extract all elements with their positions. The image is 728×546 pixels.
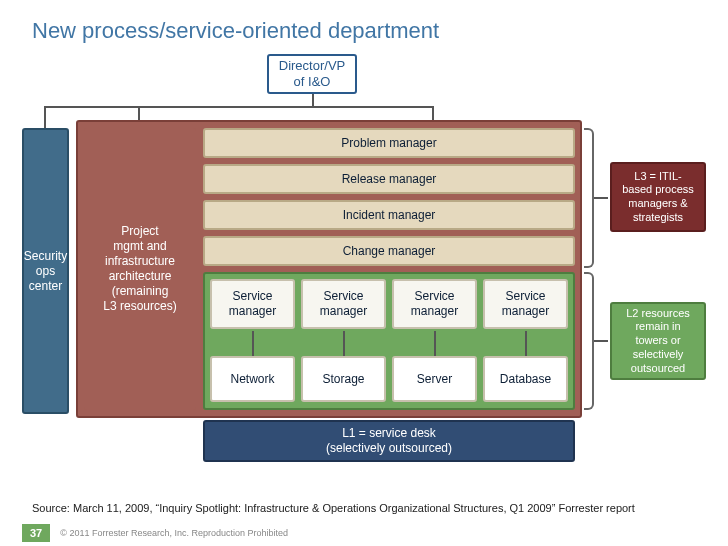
- slide-title: New process/service-oriented department: [0, 0, 728, 52]
- release-manager-box: Release manager: [203, 164, 575, 194]
- incident-manager-box: Incident manager: [203, 200, 575, 230]
- l3-label-box: L3 = ITIL-based processmanagers &strateg…: [610, 162, 706, 232]
- service-manager-server: Servicemanager: [392, 279, 477, 329]
- director-box: Director/VPof I&O: [267, 54, 357, 94]
- network-box: Network: [210, 356, 295, 402]
- l2-brace: [584, 272, 594, 410]
- org-chart-diagram: Director/VPof I&O Securityopscenter Proj…: [22, 52, 710, 462]
- project-mgmt-box: Projectmgmt andinfrastructurearchitectur…: [84, 128, 196, 410]
- l2-label-box: L2 resourcesremain intowers orselectivel…: [610, 302, 706, 380]
- copyright-text: © 2011 Forrester Research, Inc. Reproduc…: [60, 528, 288, 538]
- service-manager-network: Servicemanager: [210, 279, 295, 329]
- change-manager-box: Change manager: [203, 236, 575, 266]
- security-ops-box: Securityopscenter: [22, 128, 69, 414]
- source-citation: Source: March 11, 2009, “Inquiry Spotlig…: [32, 501, 635, 516]
- l3-brace: [584, 128, 594, 268]
- service-manager-database: Servicemanager: [483, 279, 568, 329]
- problem-manager-box: Problem manager: [203, 128, 575, 158]
- l1-service-desk-box: L1 = service desk(selectively outsourced…: [203, 420, 575, 462]
- service-manager-storage: Servicemanager: [301, 279, 386, 329]
- slide-footer: 37 © 2011 Forrester Research, Inc. Repro…: [22, 524, 288, 542]
- storage-box: Storage: [301, 356, 386, 402]
- page-number: 37: [22, 524, 50, 542]
- server-box: Server: [392, 356, 477, 402]
- database-box: Database: [483, 356, 568, 402]
